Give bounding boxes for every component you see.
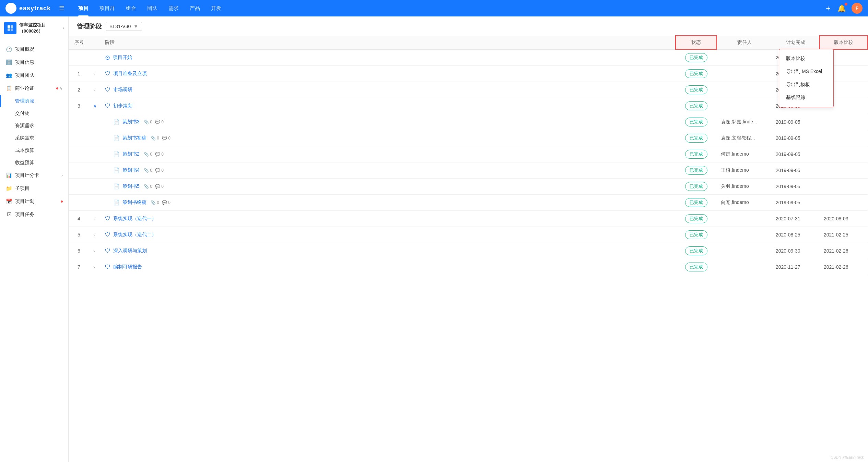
stage-name-link[interactable]: 市场调研 [113,87,132,93]
stage-name-link[interactable]: 策划书5 [122,183,140,190]
cell-expand[interactable]: › [89,243,101,259]
nav-item-requirements[interactable]: 需求 [163,0,184,16]
expand-icon[interactable]: › [93,71,95,76]
cell-seq [69,130,89,146]
notification-button[interactable]: 🔔 [837,4,846,12]
stage-name-link[interactable]: 系统实现（迭代二） [113,232,156,238]
sidebar-item-manage-stage[interactable]: 管理阶段 [0,95,68,107]
table-row: 📄 策划书5 📎 0 💬 0 已完成 关羽,findemo 2019-09-05 [69,179,868,195]
stage-name-link[interactable]: 策划书3 [122,119,140,125]
table-row: 2 › 🛡 市场调研 已完成 2020-02-03 [69,82,868,98]
stage-name-link[interactable]: 系统实现（迭代一） [113,216,156,222]
dropdown-item-export-excel[interactable]: 导出到 MS Excel [779,65,833,78]
cell-seq [69,114,89,130]
cell-version-date: 2021-02-26 [820,259,868,275]
stage-name-link[interactable]: 深入调研与策划 [113,248,147,254]
sidebar-item-task[interactable]: ☑ 项目任务 [0,208,68,221]
sidebar-item-plan[interactable]: 📅 项目计划 [0,195,68,208]
cell-version-date [820,114,868,130]
stage-name-link[interactable]: 策划书2 [122,151,140,157]
project-header[interactable]: 停车监控项目（000026） › [0,16,68,40]
cell-assignee: 关羽,findemo [717,179,772,195]
collapse-icon[interactable]: ∨ [93,103,97,109]
hamburger-button[interactable]: ☰ [56,3,67,13]
dropdown-item-version-compare[interactable]: 版本比较 [779,52,833,65]
avatar[interactable]: F [852,3,863,14]
stage-name-link[interactable]: 初步策划 [113,103,132,109]
subproject-icon: 📁 [5,185,12,192]
page-header: 管理阶段 BL31-V30 ▼ [69,16,868,35]
stage-name-link[interactable]: 项目准备及立项 [113,71,147,77]
sidebar-item-scorecard[interactable]: 📊 项目计分卡 › [0,169,68,182]
cell-expand[interactable] [89,49,101,66]
cell-version-date [820,195,868,211]
cell-expand[interactable]: › [89,227,101,243]
project-chevron-icon: › [63,26,64,31]
dropdown-item-baseline-track[interactable]: 基线跟踪 [779,91,833,104]
expand-icon[interactable]: › [93,216,95,221]
logo[interactable]: easytrack [5,3,51,14]
task-icon: ☑ [5,211,12,218]
stage-name-link[interactable]: 编制可研报告 [113,264,142,270]
cell-expand[interactable] [89,179,101,195]
comment-count: 💬 0 [155,120,164,124]
status-badge: 已完成 [685,118,707,126]
sidebar-item-cost[interactable]: 成本预算 [0,144,68,157]
scorecard-icon: 📊 [5,172,12,179]
nav-item-team[interactable]: 团队 [142,0,163,16]
stage-name-link[interactable]: 策划书终稿 [122,199,146,206]
cell-expand[interactable]: › [89,211,101,227]
nav-item-product[interactable]: 产品 [184,0,206,16]
sidebar-item-subproject[interactable]: 📁 子项目 [0,182,68,195]
table-area: ··· 版本比较 导出到 MS Excel 导出到模板 基线跟踪 序号 阶段 状… [69,35,868,462]
table-row: 3 ∨ 🛡 初步策划 已完成 2020-06-30 [69,98,868,114]
cell-expand[interactable] [89,114,101,130]
cell-seq [69,179,89,195]
cell-seq: 3 [69,98,89,114]
cell-seq: 6 [69,243,89,259]
version-select[interactable]: BL31-V30 ▼ [106,22,142,31]
expand-icon[interactable]: › [93,232,95,238]
cell-expand[interactable] [89,130,101,146]
attachment-count: 📎 0 [144,168,152,173]
sidebar-menu: 🕐 项目概况 ℹ️ 项目信息 👥 项目团队 📋 商业论证 ∨ 管 [0,40,68,462]
doc-icon: 📄 [113,183,120,190]
cell-expand[interactable]: › [89,259,101,275]
cell-plan-date: 2020-08-25 [772,227,820,243]
cell-version-date [820,146,868,162]
cell-expand[interactable]: ∨ [89,98,101,114]
logo-icon [5,3,16,14]
stage-name-link[interactable]: 策划书初稿 [122,135,146,141]
dropdown-item-export-template[interactable]: 导出到模板 [779,78,833,91]
cell-expand[interactable] [89,162,101,179]
th-version-compare: 版本比较 [820,36,868,49]
expand-icon[interactable]: › [93,264,95,270]
expand-icon[interactable]: › [93,248,95,254]
sidebar-item-team[interactable]: 👥 项目团队 [0,69,68,82]
stage-name-link[interactable]: 项目开始 [113,54,132,61]
sidebar-item-business[interactable]: 📋 商业论证 ∨ [0,82,68,95]
sidebar-item-overview[interactable]: 🕐 项目概况 [0,43,68,56]
status-badge: 已完成 [685,53,707,62]
sidebar-item-resource[interactable]: 资源需求 [0,120,68,132]
cell-expand[interactable]: › [89,82,101,98]
nav-item-portfolio[interactable]: 组合 [120,0,142,16]
stage-name-link[interactable]: 策划书4 [122,167,140,173]
team-icon: 👥 [5,72,12,78]
expand-icon[interactable]: › [93,87,95,93]
table-row: 📄 策划书2 📎 0 💬 0 已完成 何进,findemo 2019-09-05 [69,146,868,162]
top-nav: easytrack ☰ 项目 项目群 组合 团队 需求 产品 开发 ＋ 🔔 F [0,0,868,16]
add-button[interactable]: ＋ [824,3,832,13]
sidebar-item-info[interactable]: ℹ️ 项目信息 [0,56,68,69]
sidebar-item-revenue[interactable]: 收益预算 [0,157,68,169]
nav-item-program[interactable]: 项目群 [94,0,120,16]
cell-expand[interactable] [89,146,101,162]
cell-seq [69,146,89,162]
nav-item-dev[interactable]: 开发 [206,0,227,16]
cell-expand[interactable]: › [89,66,101,82]
sidebar-item-purchase[interactable]: 采购需求 [0,132,68,144]
nav-item-project[interactable]: 项目 [73,0,94,16]
cell-expand[interactable] [89,195,101,211]
sidebar-item-deliverable[interactable]: 交付物 [0,107,68,120]
th-seq: 序号 [69,36,89,49]
